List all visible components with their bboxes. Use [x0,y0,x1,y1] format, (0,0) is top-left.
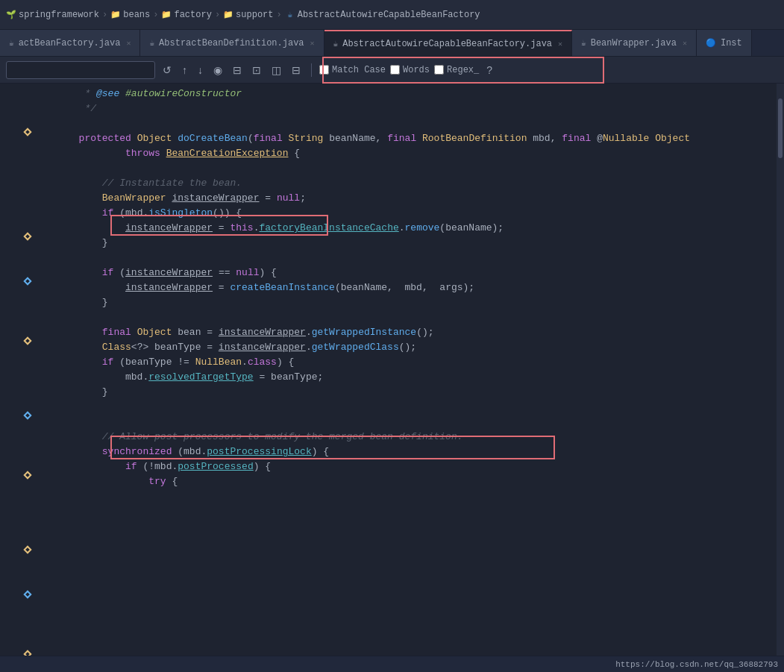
code-line-beantype: Class<?> beanType = instanceWrapper.getW… [37,340,777,355]
code-area: * @see #autowireConstructor */ protected… [0,84,784,656]
code-line-resolved: mbd.resolvedTargetType = beanType; [37,370,777,385]
folder-icon-support: 📁 [223,10,233,20]
regex-checkbox[interactable] [434,65,444,75]
breadcrumb-spring[interactable]: 🌱 springframework [6,10,99,20]
gutter [0,84,37,656]
code-line-1: * @see #autowireConstructor [37,87,777,101]
search-up-button[interactable]: ↑ [179,63,190,78]
code-line-if-null: if (instanceWrapper == null) { [37,266,777,280]
gutter-icon-3 [21,274,34,288]
tab-close-1[interactable]: ✕ [310,39,315,48]
gutter-icon-9 [21,647,34,656]
code-line-bean: final Object bean = instanceWrapper.getW… [37,325,777,340]
tab-inst[interactable]: 🔵 Inst [697,30,752,56]
gutter-icon-7 [21,543,34,556]
code-line-factory-remove: instanceWrapper = this.factoryBeanInstan… [37,221,777,236]
tab-icon-3: ☕ [581,38,586,48]
tab-bar: ☕ actBeanFactory.java ✕ ☕ AbstractBeanDe… [0,30,784,57]
scrollbar-thumb[interactable] [778,98,783,158]
search-user-button[interactable]: ◉ [210,63,225,78]
code-line-empty4 [37,310,777,325]
code-line-close1: } [37,236,777,251]
words-option[interactable]: Words [390,65,430,75]
breadcrumb-support[interactable]: 📁 support [223,10,273,20]
tab-close-2[interactable]: ✕ [558,40,562,48]
code-line-close3: } [37,385,777,400]
code-line-comment1: // Instantiate the bean. [37,176,777,191]
gutter-icon-5 [21,409,34,422]
words-checkbox[interactable] [390,65,400,75]
code-line-docreatebean: protected Object doCreateBean(final Stri… [37,131,777,146]
code-line-if-singleton: if (mbd.isSingleton()) { [37,206,777,221]
code-line-if-processed: if (!mbd.postProcessed) { [37,459,777,474]
tab-abstractautowire[interactable]: ☕ AbstractAutowireCapableBeanFactory.jav… [324,30,573,56]
search-down-button[interactable]: ↓ [195,63,206,78]
breadcrumb: 🌱 springframework › 📁 beans › 📁 factory … [0,0,784,30]
search-divider [311,63,312,77]
gutter-icon-6 [21,468,34,482]
file-icon: ☕ [285,10,295,20]
gutter-icon-1 [21,125,34,139]
code-line-close2: } [37,295,777,310]
code-line-createbeaninstance: instanceWrapper = createBeanInstance(bea… [37,280,777,295]
code-line-beanwrapper: BeanWrapper instanceWrapper = null; [37,191,777,206]
status-url: https://blog.csdn.net/qq_36882793 [615,660,778,669]
tab-actbeanfactory[interactable]: ☕ actBeanFactory.java ✕ [0,30,140,56]
tab-close-0[interactable]: ✕ [126,39,131,48]
code-line-comment2: // Allow post-processors to modify the m… [37,430,777,445]
gutter-icon-4 [21,334,34,348]
tab-icon-0: ☕ [9,38,14,48]
filter-icon-btn[interactable]: ⊟ [230,63,245,78]
tab-icon-4: 🔵 [706,38,716,48]
gutter-icon-2 [21,230,34,243]
filter-icon-btn4[interactable]: ⊟ [289,63,304,78]
search-bar: ↺ ↑ ↓ ◉ ⊟ ⊡ ◫ ⊟ Match Case Words Regex_ … [0,57,784,84]
scrollbar[interactable] [777,84,784,656]
code-line-try: try { [37,474,777,489]
spring-icon: 🌱 [6,10,16,20]
match-case-option[interactable]: Match Case [319,65,386,75]
code-line-empty2 [37,161,777,176]
code-line-empty3 [37,251,777,266]
code-line-synchronized: synchronized (mbd.postProcessingLock) { [37,445,777,459]
filter-icon-btn2[interactable]: ⊡ [249,63,264,78]
status-bar: https://blog.csdn.net/qq_36882793 [0,656,784,672]
search-help-button[interactable]: ? [483,63,495,78]
code-line-empty1 [37,116,777,131]
code-lines: * @see #autowireConstructor */ protected… [37,84,777,492]
breadcrumb-file[interactable]: ☕ AbstractAutowireCapableBeanFactory [285,10,480,20]
match-case-checkbox[interactable] [319,65,329,75]
code-line-if-beantype: if (beanType != NullBean.class) { [37,355,777,370]
tab-close-3[interactable]: ✕ [683,39,687,48]
tab-beanwrapper[interactable]: ☕ BeanWrapper.java ✕ [572,30,697,56]
code-content[interactable]: * @see #autowireConstructor */ protected… [37,84,777,656]
code-line-throws: throws BeanCreationException { [37,146,777,161]
search-input-wrapper[interactable] [6,61,155,79]
code-line-2: */ [37,101,777,116]
breadcrumb-beans[interactable]: 📁 beans [110,10,150,20]
search-input[interactable] [11,65,150,75]
code-line-empty6 [37,415,777,430]
regex-option[interactable]: Regex_ [434,65,479,75]
gutter-icon-8 [21,588,34,601]
code-line-empty5 [37,400,777,415]
tab-icon-2: ☕ [333,39,339,48]
tab-abstractbeandefinition[interactable]: ☕ AbstractBeanDefinition.java ✕ [140,30,324,56]
breadcrumb-factory[interactable]: 📁 factory [161,10,211,20]
tab-icon-1: ☕ [149,38,154,48]
search-refresh-button[interactable]: ↺ [160,63,175,78]
filter-icon-btn3[interactable]: ◫ [269,63,284,78]
folder-icon-factory: 📁 [161,10,172,20]
folder-icon-beans: 📁 [110,10,121,20]
